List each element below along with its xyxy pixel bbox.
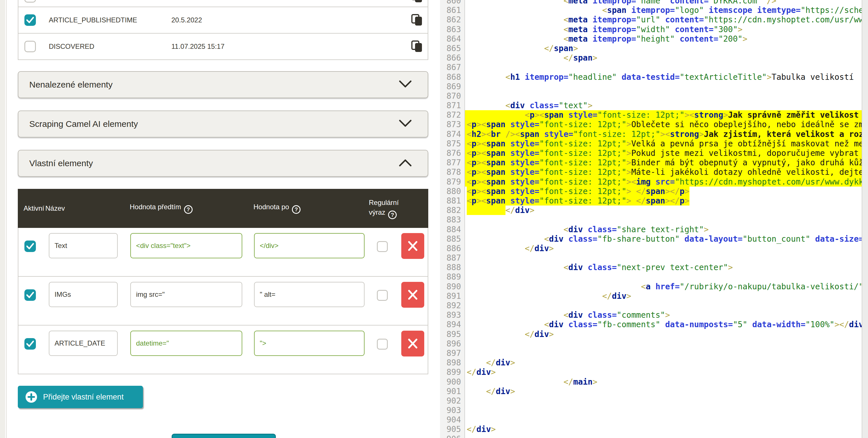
token: </ [505, 206, 515, 215]
row-regex-checkbox[interactable] [377, 290, 388, 301]
code-line-content[interactable]: </div> [465, 291, 868, 301]
row-delete-button[interactable] [401, 233, 424, 259]
copy-button[interactable] [410, 13, 424, 27]
code-line-content[interactable] [465, 406, 868, 415]
help-icon[interactable]: ? [292, 205, 301, 214]
code-line-content[interactable]: <span itemprop="logo" itemscope itemtype… [465, 5, 868, 15]
code-line-content[interactable]: <div class="comments"> [465, 310, 868, 320]
row-active-checkbox[interactable] [24, 241, 36, 252]
code-line-content[interactable]: <p><span style="font-size: 12pt;"> </spa… [465, 187, 868, 196]
row-active-checkbox[interactable] [24, 338, 36, 350]
accordion-header-2[interactable]: Scraping Camel AI elementy [18, 111, 428, 137]
token: span [486, 196, 505, 206]
code-line-content[interactable]: <p><span style="font-size: 12pt;"> </spa… [465, 196, 868, 206]
row-name-input[interactable] [49, 282, 118, 307]
code-line-content[interactable]: <p><span style="font-size: 12pt;"><img s… [465, 177, 868, 187]
token: "font-size: 12pt;" [597, 110, 684, 120]
row-value-before-input[interactable] [130, 233, 242, 258]
code-line-content[interactable]: <div class="next-prev text-center"> [465, 262, 868, 272]
token: class [588, 262, 612, 272]
copy-button[interactable] [410, 0, 424, 3]
code-line-content[interactable]: <p><span style="font-size: 12pt;"><stron… [465, 110, 868, 120]
code-line-content[interactable]: <meta itemprop="width" content="300"> [465, 25, 868, 34]
row-name-input[interactable] [49, 233, 118, 258]
accordion-header-1[interactable]: Nenalezené elementy [18, 71, 428, 98]
row-value-after-input[interactable] [254, 331, 365, 356]
element-checkbox[interactable] [24, 0, 36, 3]
token: < [525, 110, 530, 120]
code-line-content[interactable] [465, 82, 868, 91]
code-line-content[interactable] [465, 434, 868, 438]
add-custom-element-button[interactable]: Přidejte vlastní element [18, 386, 143, 408]
code-line-content[interactable] [465, 63, 868, 72]
element-checkbox[interactable] [24, 14, 36, 26]
code-line-content[interactable] [465, 348, 868, 358]
row-active-checkbox[interactable] [24, 289, 36, 301]
code-line-content[interactable]: <h2><br /><span style="font-size: 12pt;"… [465, 129, 868, 139]
help-icon[interactable]: ? [388, 211, 397, 219]
row-delete-button[interactable] [401, 282, 424, 308]
token: content [665, 15, 699, 24]
token: < [467, 120, 472, 129]
row-name-input[interactable] [49, 331, 118, 356]
code-line-content[interactable]: <p><span style="font-size: 12pt;">Pokud … [465, 148, 868, 158]
code-line-content[interactable]: </div> [465, 367, 868, 377]
code-line: 868 <h1 itemprop="headline" data-testid=… [440, 72, 868, 82]
copy-button[interactable] [410, 40, 424, 53]
code-line-content[interactable]: </div> [465, 358, 868, 367]
code-line-content[interactable] [465, 415, 868, 425]
code-line-content[interactable]: <p><span style="font-size: 12pt;">Obleče… [465, 120, 868, 129]
code-line-content[interactable]: <p><span style="font-size: 12pt;">Binder… [465, 158, 868, 167]
token: < [505, 101, 510, 110]
element-checkbox[interactable] [24, 41, 36, 52]
row-delete-button[interactable] [401, 331, 424, 356]
row-regex-checkbox[interactable] [377, 339, 388, 350]
code-line-content[interactable]: </span> [465, 43, 868, 53]
code-line-content[interactable]: </main> [465, 377, 868, 387]
code-line-content[interactable]: <meta itemprop="height" content="200"> [465, 34, 868, 43]
code-line-content[interactable]: <div class="text"> [465, 101, 868, 110]
code-line-content[interactable]: <div class="fb-comments" data-numposts="… [465, 320, 868, 329]
code-tokens: <p><span style="font-size: 12pt;"><stron… [467, 110, 859, 120]
code-line-content[interactable]: </div> [465, 244, 868, 253]
code-tokens: <span itemprop="logo" itemscope itemtype… [467, 5, 868, 15]
row-value-before-input[interactable] [130, 282, 242, 307]
code-line-content[interactable]: <p><span style="font-size: 12pt;">Máte-l… [465, 167, 868, 177]
row-value-after-input[interactable] [254, 282, 365, 307]
row-regex-checkbox[interactable] [377, 241, 388, 252]
code-line-content[interactable]: </div> [465, 330, 868, 339]
code-tokens: <p><span style="font-size: 12pt;"> </spa… [467, 187, 689, 196]
token: = [796, 5, 801, 15]
code-line-content[interactable]: <div class="share text-right"> [465, 225, 868, 234]
code-line: 880<p><span style="font-size: 12pt;"> </… [440, 187, 868, 196]
row-value-before-input[interactable] [130, 331, 242, 356]
code-line-content[interactable] [465, 396, 868, 406]
code-line-content[interactable]: <h1 itemprop="headline" data-testid="tex… [465, 72, 868, 82]
help-icon[interactable]: ? [184, 205, 193, 214]
code-line-content[interactable] [465, 91, 868, 101]
code-line-content[interactable]: <meta itemprop="name" content="DYKKA.com… [465, 0, 868, 5]
token: < [563, 225, 568, 234]
code-line-content[interactable] [465, 272, 868, 282]
code-scrollbar-track[interactable] [862, 0, 868, 438]
code-line-content[interactable]: <div class="fb-share-button" data-layout… [465, 234, 868, 244]
code-line-content[interactable]: <meta itemprop="url" content="https://cd… [465, 15, 868, 24]
token: strong [694, 110, 723, 120]
token: > [738, 25, 743, 34]
row-value-after-input[interactable] [254, 233, 365, 258]
code-line-content[interactable]: <a href="/rubriky/o-nakupu/tabulka-velik… [465, 282, 868, 291]
code-line-content[interactable]: </div> [465, 387, 868, 396]
code-line-content[interactable]: </div> [465, 425, 868, 434]
code-line-content[interactable] [465, 339, 868, 348]
code-line-content[interactable] [465, 215, 868, 224]
submit-button-partial[interactable] [172, 434, 276, 438]
column-header-active: Aktivní [24, 205, 44, 212]
token: > [588, 101, 592, 110]
code-line-content[interactable] [465, 253, 868, 262]
left-scrollbar-track[interactable] [0, 0, 5, 438]
code-line-content[interactable]: </span> [465, 53, 868, 63]
code-line-content[interactable] [465, 301, 868, 310]
accordion-header-3[interactable]: Vlastní elementy [18, 150, 428, 177]
code-line-content[interactable]: <p><span style="font-size: 12pt;">Velká … [465, 139, 868, 148]
code-line-content[interactable]: </div> [465, 206, 868, 215]
